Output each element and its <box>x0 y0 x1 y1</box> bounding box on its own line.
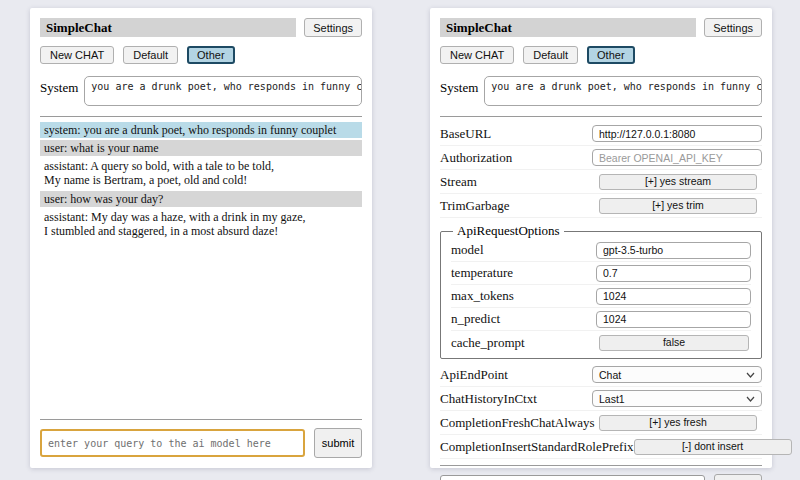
chat-history-selected-value: Last1 <box>599 393 625 405</box>
model-input[interactable] <box>596 242 751 259</box>
settings-list: BaseURL Authorization Stream [+] yes str… <box>440 122 762 459</box>
setting-row-baseurl: BaseURL <box>440 122 762 146</box>
session-button-default[interactable]: Default <box>523 46 578 64</box>
chat-message-system: system: you are a drunk poet, who respon… <box>40 122 362 138</box>
app-title: SimpleChat <box>40 18 296 37</box>
new-chat-button[interactable]: New CHAT <box>440 46 514 64</box>
temperature-label: temperature <box>451 265 513 281</box>
setting-row-temperature: temperature <box>451 262 751 285</box>
app-stage: SimpleChat Settings New CHAT Default Oth… <box>0 0 800 480</box>
header: SimpleChat Settings <box>440 18 762 37</box>
setting-row-stream: Stream [+] yes stream <box>440 170 762 194</box>
chevron-down-icon <box>746 372 755 378</box>
baseurl-label: BaseURL <box>440 126 491 142</box>
completion-fresh-label: CompletionFreshChatAlways <box>440 415 595 431</box>
divider <box>440 465 762 466</box>
chat-message-user: user: what is your name <box>40 140 362 156</box>
query-row: submit <box>40 428 362 458</box>
chat-log: system: you are a drunk poet, who respon… <box>40 122 362 241</box>
chat-history-select[interactable]: Last1 <box>592 390 762 407</box>
system-label: System <box>40 76 78 96</box>
completion-fresh-toggle-button[interactable]: [+] yes fresh <box>599 415 757 431</box>
cache-prompt-toggle-button[interactable]: false <box>599 335 749 351</box>
session-button-other[interactable]: Other <box>587 46 635 64</box>
settings-button[interactable]: Settings <box>704 18 762 37</box>
api-request-options-legend: ApiRequestOptions <box>453 223 564 239</box>
chat-message-assistant: assistant: My day was a haze, with a dri… <box>40 209 362 239</box>
setting-row-chat-history: ChatHistoryInCtxt Last1 <box>440 387 762 411</box>
max-tokens-label: max_tokens <box>451 288 514 304</box>
system-prompt-row: System you are a drunk poet, who respond… <box>40 76 362 106</box>
setting-row-n-predict: n_predict <box>451 308 751 331</box>
chat-history-label: ChatHistoryInCtxt <box>440 391 537 407</box>
query-area: submit <box>40 413 362 458</box>
baseurl-input[interactable] <box>592 125 762 142</box>
trimgarbage-label: TrimGarbage <box>440 198 510 214</box>
setting-row-completion-insert: CompletionInsertStandardRolePrefix [-] d… <box>440 435 762 459</box>
model-label: model <box>451 242 484 258</box>
chevron-down-icon <box>746 396 755 402</box>
session-button-other[interactable]: Other <box>187 46 235 64</box>
authorization-input[interactable] <box>592 149 762 166</box>
completion-insert-toggle-button[interactable]: [-] dont insert <box>634 439 792 455</box>
setting-row-authorization: Authorization <box>440 146 762 170</box>
submit-button[interactable]: submit <box>714 474 762 480</box>
system-prompt-input[interactable]: you are a drunk poet, who responds in fu… <box>84 76 362 106</box>
settings-panel: SimpleChat Settings New CHAT Default Oth… <box>430 8 772 468</box>
settings-button[interactable]: Settings <box>304 18 362 37</box>
chat-message-assistant: assistant: A query so bold, with a tale … <box>40 158 362 188</box>
session-button-default[interactable]: Default <box>123 46 178 64</box>
query-row: submit <box>440 474 762 480</box>
chat-message-user: user: how was your day? <box>40 191 362 207</box>
divider <box>40 116 362 117</box>
api-endpoint-select[interactable]: Chat <box>592 366 762 383</box>
header: SimpleChat Settings <box>40 18 362 37</box>
api-endpoint-selected-value: Chat <box>599 369 621 381</box>
n-predict-label: n_predict <box>451 311 500 327</box>
cache-prompt-label: cache_prompt <box>451 335 525 351</box>
query-area: submit <box>440 459 762 480</box>
setting-row-max-tokens: max_tokens <box>451 285 751 308</box>
api-endpoint-label: ApiEndPoint <box>440 367 508 383</box>
completion-insert-label: CompletionInsertStandardRolePrefix <box>440 439 634 455</box>
session-row: New CHAT Default Other <box>40 46 362 64</box>
divider <box>40 419 362 420</box>
session-row: New CHAT Default Other <box>440 46 762 64</box>
n-predict-input[interactable] <box>596 311 751 328</box>
temperature-input[interactable] <box>596 265 751 282</box>
trimgarbage-toggle-button[interactable]: [+] yes trim <box>599 198 757 214</box>
api-request-options-fieldset: ApiRequestOptions model temperature max_… <box>440 223 762 359</box>
setting-row-api-endpoint: ApiEndPoint Chat <box>440 363 762 387</box>
stream-label: Stream <box>440 174 477 190</box>
system-prompt-row: System you are a drunk poet, who respond… <box>440 76 762 106</box>
system-prompt-input[interactable]: you are a drunk poet, who responds in fu… <box>484 76 762 106</box>
setting-row-model: model <box>451 239 751 262</box>
app-title: SimpleChat <box>440 18 696 37</box>
max-tokens-input[interactable] <box>596 288 751 305</box>
query-input[interactable] <box>40 429 305 457</box>
setting-row-cache-prompt: cache_prompt false <box>451 331 751 354</box>
new-chat-button[interactable]: New CHAT <box>40 46 114 64</box>
authorization-label: Authorization <box>440 150 512 166</box>
setting-row-trimgarbage: TrimGarbage [+] yes trim <box>440 194 762 218</box>
query-input[interactable] <box>440 475 705 480</box>
setting-row-completion-fresh: CompletionFreshChatAlways [+] yes fresh <box>440 411 762 435</box>
submit-button[interactable]: submit <box>314 428 362 458</box>
chat-panel: SimpleChat Settings New CHAT Default Oth… <box>30 8 372 468</box>
stream-toggle-button[interactable]: [+] yes stream <box>599 174 757 190</box>
divider <box>440 116 762 117</box>
system-label: System <box>440 76 478 96</box>
